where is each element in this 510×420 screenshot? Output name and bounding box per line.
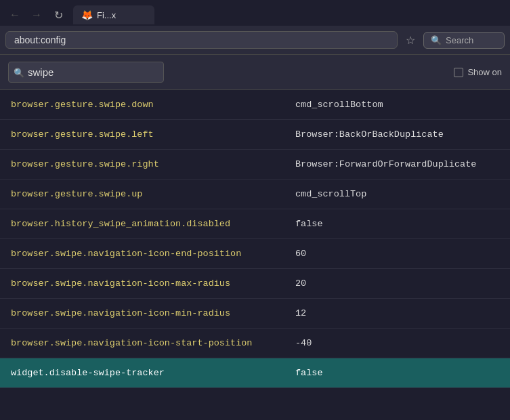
table-row[interactable]: browser.history_swipe_animation.disabled… — [0, 209, 510, 239]
forward-icon: → — [31, 9, 42, 21]
browser-toolbar: about:config ☆ 🔍 Search — [0, 26, 510, 54]
config-key: browser.gesture.swipe.up — [0, 182, 284, 206]
config-key: browser.swipe.navigation-icon-start-posi… — [0, 331, 284, 355]
table-row[interactable]: browser.swipe.navigation-icon-max-radius… — [0, 269, 510, 299]
table-row[interactable]: widget.disable-swipe-trackerfalse — [0, 358, 510, 388]
table-row[interactable]: browser.gesture.swipe.leftBrowser:BackOr… — [0, 120, 510, 150]
reload-icon: ↻ — [54, 9, 63, 22]
config-value: false — [284, 212, 510, 236]
tab-label: Fi...x — [97, 10, 116, 20]
table-row[interactable]: browser.gesture.swipe.rightBrowser:Forwa… — [0, 150, 510, 180]
config-search-icon: 🔍 — [14, 67, 24, 77]
table-row[interactable]: browser.gesture.swipe.downcmd_scrollBott… — [0, 90, 510, 120]
reload-button[interactable]: ↻ — [49, 5, 68, 24]
show-on-text: Show on — [467, 67, 502, 77]
tab-bar: ← → ↻ 🦊 Fi...x — [0, 0, 510, 26]
address-text: about:config — [14, 35, 66, 45]
config-value: 12 — [284, 301, 510, 325]
config-value: -40 — [284, 331, 510, 355]
config-value: Browser:ForwardOrForwardDuplicate — [284, 152, 510, 176]
config-key: widget.disable-swipe-tracker — [0, 361, 284, 385]
forward-button[interactable]: → — [27, 5, 46, 24]
table-row[interactable]: browser.swipe.navigation-icon-start-posi… — [0, 329, 510, 358]
bookmark-button[interactable]: ☆ — [403, 33, 418, 48]
config-value: false — [284, 361, 510, 385]
table-row[interactable]: browser.gesture.swipe.upcmd_scrollTop — [0, 180, 510, 209]
search-label: Search — [446, 35, 473, 45]
star-icon: ☆ — [406, 35, 415, 46]
config-search-input[interactable] — [8, 62, 164, 83]
back-button[interactable]: ← — [5, 5, 24, 24]
show-on-checkbox[interactable] — [454, 68, 463, 77]
address-bar[interactable]: about:config — [5, 31, 398, 49]
config-value: cmd_scrollBottom — [284, 93, 510, 117]
browser-search-bar[interactable]: 🔍 Search — [423, 32, 505, 49]
table-row[interactable]: browser.swipe.navigation-icon-min-radius… — [0, 299, 510, 329]
config-rows-container: browser.gesture.swipe.downcmd_scrollBott… — [0, 90, 510, 388]
config-key: browser.swipe.navigation-icon-min-radius — [0, 301, 284, 325]
config-value: Browser:BackOrBackDuplicate — [284, 123, 510, 146]
config-key: browser.swipe.navigation-icon-max-radius — [0, 272, 284, 295]
browser-tab[interactable]: 🦊 Fi...x — [73, 5, 154, 24]
config-search-bar: 🔍 Show on — [0, 55, 510, 90]
config-value: cmd_scrollTop — [284, 182, 510, 206]
search-icon: 🔍 — [431, 35, 442, 45]
show-on-label: Show on — [454, 67, 502, 77]
nav-buttons: ← → ↻ — [5, 5, 68, 24]
firefox-icon: 🦊 — [81, 9, 93, 20]
config-value: 20 — [284, 272, 510, 295]
config-search-wrapper: 🔍 — [8, 62, 448, 83]
config-value: 60 — [284, 242, 510, 266]
table-row[interactable]: browser.swipe.navigation-icon-end-positi… — [0, 239, 510, 269]
browser-chrome: ← → ↻ 🦊 Fi...x about:config ☆ 🔍 Search — [0, 0, 510, 55]
config-key: browser.history_swipe_animation.disabled — [0, 212, 284, 236]
config-key: browser.swipe.navigation-icon-end-positi… — [0, 242, 284, 266]
config-key: browser.gesture.swipe.left — [0, 123, 284, 146]
config-key: browser.gesture.swipe.down — [0, 93, 284, 117]
config-area: 🔍 Show on browser.gesture.swipe.downcmd_… — [0, 55, 510, 420]
back-icon: ← — [9, 9, 20, 21]
config-key: browser.gesture.swipe.right — [0, 152, 284, 176]
